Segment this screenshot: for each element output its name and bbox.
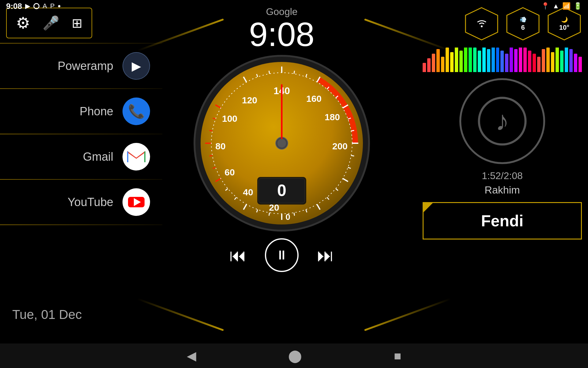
temp-value: 10°	[559, 24, 569, 32]
wind-value: 6	[521, 24, 525, 32]
eq-bar-5	[446, 48, 449, 72]
center-panel: Google 9:08	[135, 0, 429, 368]
wind-icon: 💨	[520, 16, 526, 23]
accessibility-icon: A	[43, 2, 47, 10]
eq-bar-15	[492, 48, 495, 72]
svg-line-22	[269, 71, 270, 74]
mic-icon[interactable]: 🎤	[43, 15, 59, 31]
eq-bar-27	[546, 48, 550, 72]
back-button[interactable]: ◀	[187, 349, 196, 363]
svg-line-24	[294, 71, 295, 74]
eq-bar-34	[579, 57, 582, 72]
svg-line-49	[209, 155, 213, 156]
svg-point-58	[277, 139, 286, 148]
svg-line-33	[351, 155, 354, 156]
equalizer	[423, 48, 582, 72]
youtube-label: YouTube	[68, 196, 113, 209]
right-panel: 💨 6 🌙 10° ♪ 1:52/2:08 Rakhim Fendi	[417, 0, 588, 347]
eq-bar-21	[519, 48, 522, 72]
google-clock: Google 9:08	[249, 6, 315, 51]
eq-bar-17	[500, 51, 504, 72]
eq-bar-33	[574, 54, 577, 72]
svg-text:100: 100	[222, 113, 237, 124]
moon-icon: 🌙	[561, 16, 568, 23]
eq-bar-6	[450, 52, 454, 72]
eq-bar-19	[510, 48, 513, 72]
svg-line-42	[269, 213, 270, 216]
next-button[interactable]: ⏭	[317, 245, 334, 265]
parking-icon: P	[50, 2, 55, 10]
music-note-display: ♪	[459, 78, 545, 164]
music-controls: ⏮ ⏸ ⏭	[229, 238, 334, 272]
eq-bar-20	[514, 49, 518, 72]
svg-point-63	[481, 25, 483, 27]
nav-bar: ◀ ⬤ ■	[0, 343, 588, 368]
eq-bar-14	[487, 49, 490, 72]
eq-bar-24	[533, 54, 536, 72]
svg-text:♪: ♪	[496, 105, 509, 136]
track-artist: Rakhim	[482, 184, 522, 196]
svg-text:0: 0	[277, 181, 286, 199]
svg-text:0: 0	[285, 212, 290, 222]
eq-bar-31	[565, 48, 568, 72]
pause-button[interactable]: ⏸	[265, 238, 299, 272]
eq-bar-22	[523, 48, 527, 72]
eq-bar-9	[464, 48, 467, 72]
signal-bars-icon: 📶	[562, 2, 571, 10]
eq-bar-8	[459, 51, 463, 72]
svg-text:160: 160	[306, 94, 322, 104]
apps-grid-icon[interactable]: ⊞	[72, 16, 82, 31]
phone-label: Phone	[80, 105, 113, 118]
eq-bar-16	[496, 48, 499, 72]
date-text: Tue, 01 Dec	[12, 307, 82, 322]
svg-text:200: 200	[332, 141, 348, 151]
svg-text:80: 80	[215, 141, 225, 151]
status-time: 9:08	[6, 2, 22, 11]
speedometer-svg: 140 120 100 80 60 40 20 0 160 180 200	[193, 54, 371, 232]
eq-bar-25	[537, 57, 541, 72]
stop-icon	[33, 3, 40, 9]
song-title-badge: Fendi	[423, 202, 582, 240]
clock-time: 9:08	[249, 17, 315, 51]
svg-text:120: 120	[242, 95, 257, 105]
eq-bar-12	[478, 51, 481, 72]
svg-text:180: 180	[325, 112, 340, 122]
eq-bar-13	[482, 48, 486, 72]
play-icon: ▶	[25, 2, 30, 10]
svg-text:40: 40	[243, 187, 253, 197]
eq-bar-0	[423, 63, 426, 72]
eq-bar-23	[528, 51, 531, 72]
status-right: 📍 ▲ 📶 🔋	[541, 2, 582, 10]
settings-icon[interactable]: ⚙	[16, 14, 30, 32]
eq-bar-18	[505, 54, 508, 72]
battery-icon: 🔋	[574, 2, 582, 10]
wifi-icon	[476, 17, 488, 30]
dot-icon: •	[58, 1, 61, 11]
status-left: 9:08 ▶ A P •	[6, 1, 61, 11]
eq-bar-10	[469, 48, 472, 72]
eq-bar-3	[436, 49, 440, 72]
eq-bar-2	[432, 54, 435, 72]
pause-icon: ⏸	[275, 248, 288, 263]
track-info: 1:52/2:08 Rakhim	[482, 170, 522, 196]
date-display: Tue, 01 Dec	[12, 307, 82, 322]
eq-bar-29	[556, 48, 559, 72]
song-title: Fendi	[436, 212, 569, 230]
svg-line-31	[351, 130, 354, 131]
toolbar: ⚙ 🎤 ⊞	[6, 8, 92, 38]
svg-line-51	[209, 130, 213, 131]
svg-text:60: 60	[224, 167, 235, 177]
eq-bar-1	[427, 58, 431, 72]
svg-rect-2	[127, 151, 128, 162]
gmail-label: Gmail	[83, 150, 113, 163]
recents-button[interactable]: ■	[394, 349, 401, 363]
eq-bar-11	[473, 48, 477, 72]
location-icon: 📍	[541, 2, 549, 10]
status-bar: 9:08 ▶ A P • 📍 ▲ 📶 🔋	[0, 0, 588, 12]
eq-bar-28	[551, 52, 554, 72]
prev-button[interactable]: ⏮	[229, 245, 247, 265]
eq-bar-30	[560, 51, 564, 72]
speedometer: 140 120 100 80 60 40 20 0 160 180 200	[193, 54, 371, 232]
eq-bar-26	[542, 49, 545, 72]
home-button[interactable]: ⬤	[288, 349, 302, 363]
